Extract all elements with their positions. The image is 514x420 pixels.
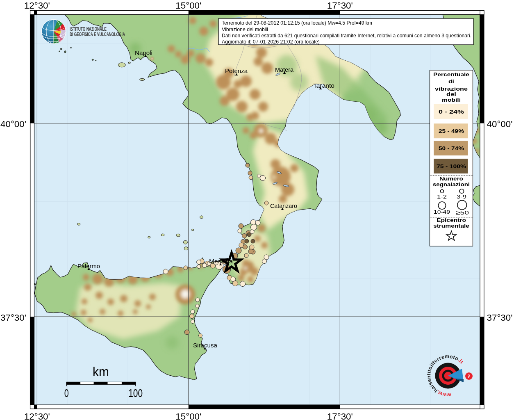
svg-text:75 - 100%: 75 - 100% xyxy=(437,163,466,169)
svg-text:37°30': 37°30' xyxy=(487,313,513,323)
svg-text:Siracusa: Siracusa xyxy=(193,342,218,349)
svg-text:Numero: Numero xyxy=(439,176,463,182)
svg-text:Palermo: Palermo xyxy=(77,262,100,269)
svg-text:Matera: Matera xyxy=(275,66,294,73)
svg-text:Dati non verificati estratti d: Dati non verificati estratti da 621 ques… xyxy=(222,32,471,39)
svg-text:12°30': 12°30' xyxy=(24,0,50,11)
svg-text:mobili: mobili xyxy=(442,97,461,103)
svg-text:1-2: 1-2 xyxy=(437,194,447,200)
svg-text:0 - 24%: 0 - 24% xyxy=(439,109,464,115)
svg-text:strumentale: strumentale xyxy=(433,223,470,229)
svg-text:Potenza: Potenza xyxy=(225,67,248,74)
svg-text:Napoli: Napoli xyxy=(135,49,152,56)
svg-text:Aggiornato il: 07-01-2026 21:0: Aggiornato il: 07-01-2026 21:02 (ora loc… xyxy=(222,39,320,45)
svg-text:di: di xyxy=(448,78,454,84)
svg-text:Taranto: Taranto xyxy=(313,82,334,89)
svg-text:Catanzaro: Catanzaro xyxy=(270,202,297,209)
svg-text:Terremoto del 29-08-2012 01:12: Terremoto del 29-08-2012 01:12:15 (ora l… xyxy=(222,20,372,26)
svg-text:40°00': 40°00' xyxy=(487,119,513,129)
svg-text:≥50: ≥50 xyxy=(456,210,469,216)
svg-text:km: km xyxy=(93,364,109,379)
svg-text:Percentuale: Percentuale xyxy=(433,71,470,78)
svg-text:DI GEOFISICA E VULCANOLOGIA: DI GEOFISICA E VULCANOLOGIA xyxy=(70,31,125,37)
svg-text:Vibrazione dei mobili: Vibrazione dei mobili xyxy=(222,26,268,32)
svg-text:3-9: 3-9 xyxy=(457,194,466,200)
svg-text:100: 100 xyxy=(128,387,143,399)
svg-text:12°30': 12°30' xyxy=(24,411,50,420)
svg-text:17°30': 17°30' xyxy=(327,411,353,420)
svg-text:17°30': 17°30' xyxy=(327,0,353,11)
svg-text:15°00': 15°00' xyxy=(175,411,201,420)
svg-text:25 - 49%: 25 - 49% xyxy=(439,128,464,134)
svg-text:10-49: 10-49 xyxy=(434,209,450,215)
svg-text:0: 0 xyxy=(64,387,69,399)
svg-text:segnalazioni: segnalazioni xyxy=(433,181,470,187)
svg-text:50 - 74%: 50 - 74% xyxy=(439,145,464,151)
svg-text:37°30': 37°30' xyxy=(0,313,26,323)
svg-text:40°00': 40°00' xyxy=(0,119,26,129)
svg-text:15°00': 15°00' xyxy=(175,0,201,11)
svg-text:Epicentro: Epicentro xyxy=(437,217,466,223)
